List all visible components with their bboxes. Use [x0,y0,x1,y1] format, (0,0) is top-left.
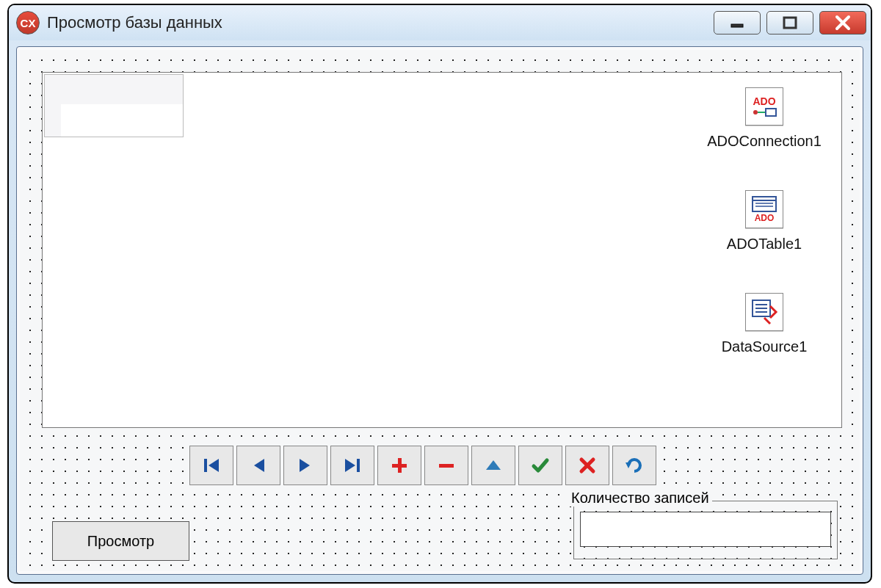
minimize-icon [728,14,746,32]
dbgrid-row-indicator [45,104,62,137]
nav-delete-button[interactable] [424,446,468,485]
svg-marker-19 [345,459,355,472]
check-icon [530,455,551,476]
main-window: CX Просмотр базы данных [7,4,872,584]
nav-first-icon [201,455,222,476]
nav-next-button[interactable] [283,446,327,485]
minimize-button[interactable] [714,11,761,35]
dbgrid-panel[interactable]: ADO ADOConnection1 ADO ADOTable1 [42,72,842,428]
dbgrid-column-header[interactable] [61,75,183,105]
svg-marker-17 [254,459,264,472]
record-count-edit[interactable] [580,512,831,547]
db-navigator[interactable] [189,445,660,486]
svg-marker-27 [626,462,631,468]
svg-rect-23 [439,464,454,468]
window-title: Просмотр базы данных [47,13,714,32]
nav-refresh-button[interactable] [612,446,656,485]
svg-rect-0 [731,24,743,27]
ado-connection-icon: ADO [745,87,783,126]
window-controls [714,11,866,35]
ado-connection-label: ADOConnection1 [695,133,834,150]
nav-insert-button[interactable] [377,446,421,485]
datasource-label: DataSource1 [706,338,823,355]
dbgrid-indicator-header [45,75,62,105]
svg-point-4 [753,110,758,115]
titlebar[interactable]: CX Просмотр базы данных [9,5,871,40]
record-count-caption: Количество записей [568,490,712,507]
ado-table-label: ADOTable1 [713,236,816,253]
datasource-component[interactable]: DataSource1 [706,293,823,355]
close-icon [833,13,852,32]
svg-marker-18 [300,459,310,472]
svg-rect-22 [392,464,407,468]
svg-marker-16 [209,459,219,472]
form-design-surface[interactable]: ADO ADOConnection1 ADO ADOTable1 [20,50,860,571]
plus-icon [389,455,410,476]
dbgrid[interactable] [44,74,184,137]
nav-first-button[interactable] [189,446,233,485]
nav-prior-button[interactable] [236,446,280,485]
maximize-button[interactable] [766,11,813,35]
nav-last-icon [342,455,363,476]
svg-rect-1 [784,18,796,28]
ado-connection-component[interactable]: ADO ADOConnection1 [695,87,834,150]
ado-table-icon: ADO [745,190,783,228]
nav-last-button[interactable] [330,446,374,485]
cancel-icon [577,455,598,476]
nav-post-button[interactable] [518,446,562,485]
nav-edit-button[interactable] [471,446,515,485]
nav-cancel-button[interactable] [565,446,609,485]
svg-rect-6 [766,109,776,116]
maximize-icon [781,14,799,32]
dbgrid-cell[interactable] [61,104,183,137]
view-button[interactable]: Просмотр [52,521,189,561]
svg-rect-7 [753,197,776,211]
refresh-icon [624,455,645,476]
svg-rect-20 [357,459,360,472]
edit-triangle-icon [483,455,504,476]
form-client-area: ADO ADOConnection1 ADO ADOTable1 [16,46,863,575]
nav-next-icon [295,455,316,476]
svg-marker-24 [486,460,501,470]
svg-rect-15 [204,459,207,472]
minus-icon [436,455,457,476]
nav-prior-icon [248,455,269,476]
close-button[interactable] [819,11,866,35]
datasource-icon [745,293,783,331]
record-count-groupbox[interactable]: Количество записей [573,501,838,559]
app-icon: CX [16,11,40,35]
ado-table-component[interactable]: ADO ADOTable1 [713,190,816,253]
